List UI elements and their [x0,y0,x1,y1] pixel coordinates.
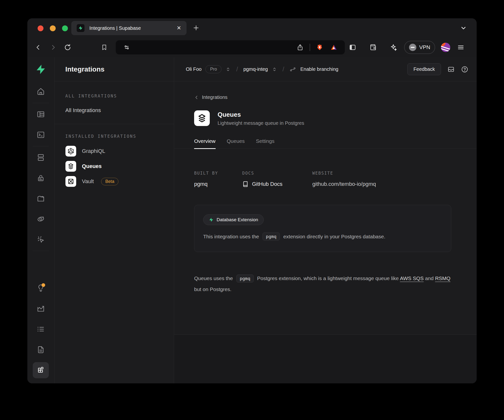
sidebar-item-queues[interactable]: Queues [65,159,164,174]
nav-edge-functions-icon[interactable] [31,209,51,229]
share-icon[interactable] [295,43,305,52]
sidebar-item-label: GraphiQL [82,148,105,154]
pgmq-code-chip: pgmq [236,274,254,283]
menu-hamburger-icon[interactable] [456,43,465,52]
wallet-icon[interactable] [368,43,378,52]
advisors-notification-dot [42,283,45,287]
rail-divider [33,251,49,251]
feedback-button[interactable]: Feedback [407,63,441,75]
desc-text: but on Postgres. [194,286,231,292]
meta-label-website: WEBSITE [312,171,376,176]
close-window-button[interactable] [38,25,43,31]
website-link[interactable]: github.com/tembo-io/pgmq [312,181,376,187]
browser-tab[interactable]: Integrations | Supabase ✕ [71,21,187,35]
rail-divider [33,146,49,146]
nav-advisors-icon[interactable] [31,278,51,298]
nav-api-docs-icon[interactable] [31,339,51,360]
vpn-button[interactable]: VPN [404,41,435,54]
url-bar[interactable] [116,40,345,54]
supabase-app: Integrations ALL INTEGRATIONS All Integr… [27,57,477,383]
sidebar-toggle-icon[interactable] [348,43,357,52]
sidebar-title: Integrations [54,57,174,81]
queues-icon [65,161,76,172]
bookmark-icon[interactable] [100,43,109,52]
back-icon[interactable] [34,43,43,52]
notifications-inbox-icon[interactable] [447,66,455,73]
nav-database-icon[interactable] [31,147,51,168]
nav-reports-icon[interactable] [31,298,51,319]
nav-home-icon[interactable] [31,81,51,102]
tab-title: Integrations | Supabase [89,25,172,31]
help-icon[interactable] [461,66,468,73]
enable-branching-button[interactable]: Enable branching [300,66,338,72]
urlbar-separator [310,44,310,51]
sidebar-item-label: Queues [82,163,102,169]
sidebar-item-graphiql[interactable]: GraphiQL [65,144,164,159]
sidebar-item-all-integrations[interactable]: All Integrations [65,107,164,114]
zap-icon [209,217,214,222]
nav-sql-editor-icon[interactable] [31,125,51,145]
reload-icon[interactable] [63,43,72,52]
brave-rewards-icon[interactable] [329,43,338,52]
nav-integrations-icon[interactable] [33,362,49,378]
org-name[interactable]: Oli Foo [186,66,201,72]
book-icon [242,181,249,187]
traffic-lights [38,25,68,31]
nav-logs-icon[interactable] [31,319,51,339]
integration-detail: Integrations Queues Lightweight message … [174,81,477,383]
tab-close-icon[interactable]: ✕ [177,25,181,31]
database-extension-badge: Database Extension [203,214,264,225]
nav-storage-icon[interactable] [31,188,51,209]
brave-shields-icon[interactable] [315,43,324,52]
main-panel: Oli Foo Pro / pgmq-integ / Enable branch… [174,57,477,383]
tab-search-chevron-icon[interactable] [460,25,467,32]
tab-strip: Integrations | Supabase ✕ [27,18,477,37]
chevron-left-icon [194,95,199,100]
tab-overview[interactable]: Overview [194,138,216,148]
meta-label-built-by: BUILT BY [194,171,242,176]
browser-toolbar: VPN [27,37,477,57]
database-extension-callout: Database Extension This integration uses… [194,205,451,252]
plan-badge: Pro [205,65,221,73]
nav-realtime-icon[interactable] [31,229,51,250]
project-select-chevrons-icon[interactable] [272,67,277,72]
aws-sqs-link[interactable]: AWS SQS [400,275,424,281]
callout-text-after: extension directly in your Postgres data… [283,234,385,240]
supabase-favicon-icon [77,24,84,32]
browser-window: Integrations | Supabase ✕ [27,18,477,383]
minimize-window-button[interactable] [50,25,56,31]
rsmq-link[interactable]: RSMQ [435,275,451,281]
vpn-status-icon [409,44,416,51]
database-extension-badge-label: Database Extension [217,217,258,222]
tab-queues[interactable]: Queues [227,138,245,148]
site-settings-icon[interactable] [122,43,131,52]
new-tab-button[interactable] [192,24,200,32]
git-branch-icon [290,66,296,73]
github-docs-link[interactable]: GitHub Docs [242,181,312,187]
nav-table-editor-icon[interactable] [31,104,51,125]
detail-tabs: Overview Queues Settings [174,138,477,149]
vpn-label: VPN [419,44,430,51]
supabase-logo-icon[interactable] [35,57,46,81]
forward-icon[interactable] [48,43,58,52]
breadcrumb-separator: / [281,65,286,73]
integrations-sidebar: Integrations ALL INTEGRATIONS All Integr… [54,57,174,383]
desc-text: Queues uses the [194,275,233,281]
profile-avatar[interactable] [441,43,450,52]
zoom-window-button[interactable] [62,25,68,31]
org-select-chevrons-icon[interactable] [225,67,231,72]
pgmq-code-chip: pgmq [262,232,280,241]
breadcrumb-separator: / [235,65,239,73]
sidebar-divider [54,124,174,124]
back-to-integrations-link[interactable]: Integrations [194,94,457,100]
project-name[interactable]: pgmq-integ [243,66,268,72]
project-header: Oli Foo Pro / pgmq-integ / Enable branch… [174,57,477,81]
callout-text-before: This integration uses the [203,234,259,240]
beta-badge: Beta [101,178,118,185]
sidebar-item-vault[interactable]: Vault Beta [65,174,164,189]
tab-settings[interactable]: Settings [256,138,274,148]
section-label-all-integrations: ALL INTEGRATIONS [65,94,164,98]
nav-auth-icon[interactable] [31,168,51,188]
integration-subtitle: Lightweight message queue in Postgres [218,120,304,126]
leo-ai-sparkle-icon[interactable] [389,43,398,52]
